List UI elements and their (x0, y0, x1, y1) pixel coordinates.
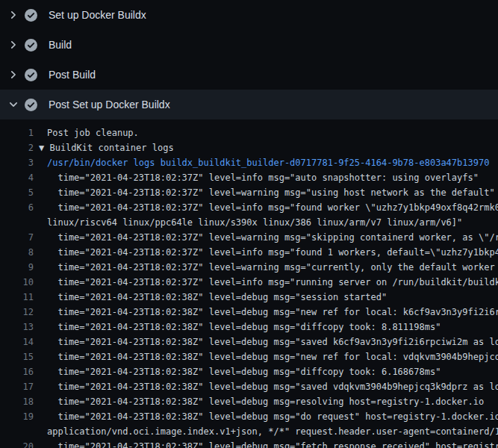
log-line: 6 time="2021-04-23T18:02:37Z" level=info… (0, 200, 498, 215)
log-line-text: time="2021-04-23T18:02:37Z" level=info m… (47, 170, 479, 185)
step-header-post-set-up-docker-buildx[interactable]: Post Set up Docker Buildx (0, 90, 498, 119)
log-command-text: /usr/bin/docker logs buildx_buildkit_bui… (47, 155, 489, 170)
log-line-number (0, 424, 34, 439)
log-line: 11 time="2021-04-23T18:02:38Z" level=deb… (0, 290, 498, 305)
log-line-text: time="2021-04-23T18:02:38Z" level=debug … (47, 290, 387, 305)
log-line: 2▼ BuildKit container logs (0, 140, 498, 155)
log-line: application/vnd.oci.image.index.v1+json,… (0, 424, 498, 439)
log-line-text: time="2021-04-23T18:02:38Z" level=debug … (47, 379, 498, 394)
check-circle-icon (25, 9, 37, 22)
step-header-post-build[interactable]: Post Build (0, 60, 498, 90)
log-line-number[interactable]: 19 (0, 409, 34, 424)
log-line: linux/riscv64 linux/ppc64le linux/s390x … (0, 215, 498, 230)
log-line-number[interactable]: 16 (0, 364, 34, 379)
log-line-text: time="2021-04-23T18:02:38Z" level=debug … (47, 409, 498, 424)
log-line: 8 time="2021-04-23T18:02:37Z" level=info… (0, 245, 498, 260)
log-line-number[interactable]: 3 (0, 155, 34, 170)
log-line: 13 time="2021-04-23T18:02:38Z" level=deb… (0, 320, 498, 335)
step-header-set-up-docker-buildx[interactable]: Set up Docker Buildx (0, 0, 498, 30)
log-line-number (0, 215, 34, 230)
step-header-build[interactable]: Build (0, 30, 498, 60)
log-line: 18 time="2021-04-23T18:02:38Z" level=deb… (0, 394, 498, 409)
log-line-number[interactable]: 1 (0, 125, 34, 140)
log-line-text: time="2021-04-23T18:02:37Z" level=warnin… (47, 260, 498, 275)
log-line-number[interactable]: 9 (0, 260, 34, 275)
log-line-text: time="2021-04-23T18:02:37Z" level=warnin… (47, 230, 498, 245)
log-line: 10 time="2021-04-23T18:02:37Z" level=inf… (0, 275, 498, 290)
log-line-text: time="2021-04-23T18:02:38Z" level=debug … (47, 320, 441, 335)
log-line-text: time="2021-04-23T18:02:38Z" level=debug … (47, 364, 441, 379)
log-line: 14 time="2021-04-23T18:02:38Z" level=deb… (0, 335, 498, 349)
log-line: 16 time="2021-04-23T18:02:38Z" level=deb… (0, 364, 498, 379)
check-circle-icon (25, 69, 37, 81)
log-line-text: time="2021-04-23T18:02:38Z" level=debug … (47, 394, 484, 409)
log-line-number[interactable]: 2 (0, 140, 34, 155)
log-line: 1Post job cleanup. (0, 125, 498, 140)
log-line-number[interactable]: 11 (0, 290, 34, 305)
log-line: 3/usr/bin/docker logs buildx_buildkit_bu… (0, 155, 498, 170)
log-line: 19 time="2021-04-23T18:02:38Z" level=deb… (0, 409, 498, 424)
chevron-right-icon (7, 69, 19, 81)
log-line-number[interactable]: 4 (0, 170, 34, 185)
log-line: 20 time="2021-04-23T18:02:38Z" level=deb… (0, 439, 498, 448)
chevron-down-icon (7, 99, 19, 111)
log-line: 12 time="2021-04-23T18:02:38Z" level=deb… (0, 305, 498, 320)
log-line-number[interactable]: 20 (0, 439, 34, 448)
step-title: Post Build (49, 60, 96, 90)
log-line-number[interactable]: 6 (0, 200, 34, 215)
step-title: Post Set up Docker Buildx (49, 90, 170, 119)
log-line: 15 time="2021-04-23T18:02:38Z" level=deb… (0, 349, 498, 364)
log-line-text: application/vnd.oci.image.index.v1+json,… (47, 424, 498, 439)
log-line-number[interactable]: 18 (0, 394, 34, 409)
log-line-text: time="2021-04-23T18:02:38Z" level=debug … (47, 439, 498, 448)
check-circle-icon (25, 39, 37, 52)
log-line-number[interactable]: 12 (0, 305, 34, 320)
log-line-text: time="2021-04-23T18:02:37Z" level=info m… (47, 200, 498, 215)
log-line: 17 time="2021-04-23T18:02:38Z" level=deb… (0, 379, 498, 394)
log-line-number[interactable]: 7 (0, 230, 34, 245)
log-line: 7 time="2021-04-23T18:02:37Z" level=warn… (0, 230, 498, 245)
log-line-number[interactable]: 10 (0, 275, 34, 290)
log-viewer: 1Post job cleanup.2▼ BuildKit container … (0, 119, 498, 448)
log-line-number[interactable]: 5 (0, 185, 34, 200)
log-line-text: time="2021-04-23T18:02:38Z" level=debug … (47, 335, 498, 349)
log-line-text: time="2021-04-23T18:02:37Z" level=info m… (47, 275, 498, 290)
step-title: Set up Docker Buildx (49, 0, 146, 30)
log-line: 5 time="2021-04-23T18:02:37Z" level=warn… (0, 185, 498, 200)
log-line-text: time="2021-04-23T18:02:38Z" level=debug … (47, 305, 498, 320)
log-line-text: time="2021-04-23T18:02:37Z" level=info m… (47, 245, 498, 260)
step-title: Build (49, 30, 72, 60)
log-line: 9 time="2021-04-23T18:02:37Z" level=warn… (0, 260, 498, 275)
log-line-text: linux/riscv64 linux/ppc64le linux/s390x … (47, 215, 462, 230)
chevron-right-icon (7, 39, 19, 51)
log-line-number[interactable]: 8 (0, 245, 34, 260)
check-circle-icon (25, 99, 37, 111)
log-line-number[interactable]: 15 (0, 349, 34, 364)
log-line: 4 time="2021-04-23T18:02:37Z" level=info… (0, 170, 498, 185)
log-line-text: time="2021-04-23T18:02:37Z" level=warnin… (47, 185, 495, 200)
log-line-number[interactable]: 13 (0, 320, 34, 335)
log-line-number[interactable]: 14 (0, 335, 34, 349)
log-line-number[interactable]: 17 (0, 379, 34, 394)
chevron-right-icon (7, 9, 19, 21)
workflow-steps-list: Set up Docker BuildxBuildPost BuildPost … (0, 0, 498, 119)
log-line-text: Post job cleanup. (47, 125, 139, 140)
log-group-toggle[interactable]: ▼ BuildKit container logs (39, 140, 174, 155)
log-line-text: time="2021-04-23T18:02:38Z" level=debug … (47, 349, 498, 364)
